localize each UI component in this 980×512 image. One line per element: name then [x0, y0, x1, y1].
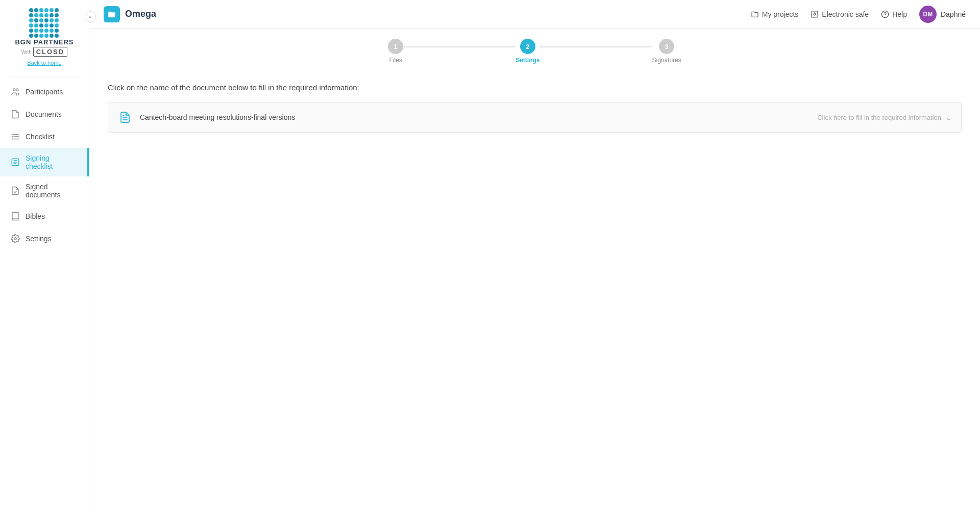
signed-documents-icon: [10, 186, 20, 196]
sidebar-item-bibles[interactable]: Bibles: [0, 205, 89, 227]
participants-icon: [10, 87, 20, 97]
step-3-label: Signatures: [652, 57, 681, 64]
topbar-actions: My projects Electronic safe Help DM Daph…: [751, 6, 966, 23]
bibles-label: Bibles: [26, 212, 45, 220]
main-content: Omega My projects Electronic safe Help: [89, 0, 980, 512]
electronic-safe-button[interactable]: Electronic safe: [811, 10, 869, 18]
with-label: With CLOSD: [21, 47, 67, 57]
sidebar-collapse-button[interactable]: «: [85, 11, 96, 22]
project-name: Omega: [125, 9, 156, 19]
page-content: Click on the name of the document below …: [89, 69, 980, 512]
signing-checklist-label: Signing checklist: [26, 154, 77, 170]
step-1-label: Files: [389, 57, 402, 64]
sidebar-nav: Participants Documents Checklist: [0, 81, 89, 250]
signing-checklist-icon: [10, 157, 20, 167]
project-title: Omega: [104, 6, 156, 22]
sidebar: BGN PARTNERS With CLOSD Back to home Par…: [0, 0, 89, 512]
sidebar-item-participants[interactable]: Participants: [0, 81, 89, 103]
instruction-text: Click on the name of the document below …: [108, 83, 962, 92]
svg-point-1: [16, 89, 19, 91]
help-icon: [881, 10, 889, 18]
logo-area: BGN PARTNERS With CLOSD Back to home: [0, 8, 89, 66]
checklist-label: Checklist: [26, 133, 55, 141]
document-cta-text: Click here to fill in the required infor…: [817, 114, 941, 121]
participants-label: Participants: [26, 88, 63, 96]
doc-right: Click here to fill in the required infor…: [817, 113, 952, 122]
documents-icon: [10, 109, 20, 119]
checklist-icon: [10, 132, 20, 142]
my-projects-button[interactable]: My projects: [751, 10, 799, 18]
step-1: 1 Files: [388, 39, 403, 64]
svg-point-13: [881, 11, 888, 17]
electronic-safe-label: Electronic safe: [822, 10, 869, 18]
svg-point-9: [14, 238, 17, 240]
step-2-label: Settings: [516, 57, 540, 64]
sidebar-item-signing-checklist[interactable]: Signing checklist: [0, 148, 89, 176]
step-3: 3 Signatures: [652, 39, 681, 64]
user-name: Daphné: [941, 10, 966, 18]
document-row[interactable]: Cantech-board meeting resolutions-final …: [108, 102, 962, 133]
sidebar-item-checklist[interactable]: Checklist: [0, 125, 89, 148]
settings-icon: [10, 234, 20, 244]
sidebar-item-documents[interactable]: Documents: [0, 103, 89, 125]
back-to-home-link[interactable]: Back to home: [27, 60, 61, 66]
closd-logo: CLOSD: [33, 47, 68, 57]
signed-documents-label: Signed documents: [26, 183, 79, 199]
chevron-down-icon: ⌄: [945, 113, 952, 122]
step-3-circle: 3: [659, 39, 674, 54]
step-2-circle: 2: [520, 39, 535, 54]
logo-dots: [29, 8, 60, 36]
sidebar-item-signed-documents[interactable]: Signed documents: [0, 176, 89, 205]
step-line-2-3: [540, 46, 652, 47]
doc-left: Cantech-board meeting resolutions-final …: [117, 110, 295, 125]
documents-label: Documents: [26, 110, 62, 118]
svg-rect-10: [812, 11, 818, 17]
svg-point-11: [814, 13, 816, 15]
topbar: Omega My projects Electronic safe Help: [89, 0, 980, 29]
stepper: 1 Files 2 Settings 3 Signatures: [89, 29, 980, 69]
doc-file-icon: [117, 110, 133, 125]
step-1-circle: 1: [388, 39, 403, 54]
user-avatar[interactable]: DM: [919, 6, 937, 23]
step-line-1-2: [403, 46, 516, 47]
help-label: Help: [892, 10, 907, 18]
project-icon: [104, 6, 120, 22]
bibles-icon: [10, 211, 20, 221]
safe-icon: [811, 10, 819, 18]
svg-point-0: [13, 89, 16, 91]
sidebar-item-settings[interactable]: Settings: [0, 227, 89, 250]
help-button[interactable]: Help: [881, 10, 907, 18]
settings-label: Settings: [26, 235, 52, 243]
user-area: DM Daphné: [919, 6, 966, 23]
brand-name: BGN PARTNERS: [15, 38, 74, 46]
document-name: Cantech-board meeting resolutions-final …: [140, 113, 295, 121]
step-2: 2 Settings: [516, 39, 540, 64]
my-projects-label: My projects: [762, 10, 799, 18]
folder-icon: [751, 10, 759, 18]
